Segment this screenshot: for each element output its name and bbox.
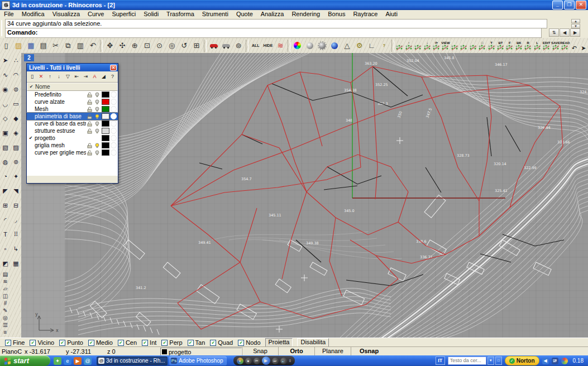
help-icon[interactable]: ?: [379, 39, 390, 52]
osnap-medio[interactable]: ✔Medio: [88, 339, 113, 346]
move-layer-up-icon[interactable]: ↑: [46, 73, 54, 81]
ie-icon[interactable]: e: [64, 357, 71, 365]
print-icon[interactable]: ▤: [37, 39, 49, 52]
tool-text[interactable]: T: [0, 227, 11, 242]
tool-offset[interactable]: ⊟: [11, 198, 21, 213]
lock-icon[interactable]: [86, 99, 93, 105]
view-top-icon[interactable]: T: [487, 39, 496, 52]
tool-surface[interactable]: ▣: [0, 126, 11, 140]
bulb-icon[interactable]: [93, 121, 101, 127]
sort-icon[interactable]: ◢: [99, 73, 108, 81]
layer-row[interactable]: planimetria di base: [27, 113, 118, 120]
bulb-icon[interactable]: [93, 99, 101, 105]
scroll-left-icon[interactable]: ◀: [560, 28, 570, 37]
layer-color-swatch[interactable]: [102, 150, 109, 156]
layer-help-icon[interactable]: ?: [108, 73, 117, 81]
command-history-spinner[interactable]: ▲▼: [571, 19, 580, 28]
tool-surface-corner[interactable]: ◈: [11, 126, 21, 140]
current-layer-check[interactable]: ✔: [27, 136, 35, 141]
osnap-cen[interactable]: ✔Cen: [118, 339, 137, 346]
osnap-perp[interactable]: ✔Perp: [161, 339, 182, 346]
view-car1-icon[interactable]: [460, 39, 469, 52]
render-preview-icon[interactable]: [221, 39, 232, 52]
status-pane-osnap[interactable]: Osnap: [351, 347, 387, 355]
bulb-icon[interactable]: [93, 92, 101, 98]
viewport[interactable]: 2 363.20352.04345.8346.17324.2352.25354.…: [21, 53, 588, 338]
osnap-int[interactable]: ✔Int: [142, 339, 156, 346]
tool-hatch[interactable]: ◩: [0, 256, 11, 271]
checkbox-icon[interactable]: ✔: [142, 340, 148, 346]
zoom-previous-icon[interactable]: ↺: [179, 39, 190, 52]
lock-icon[interactable]: [86, 92, 93, 98]
layer-name[interactable]: curve per griglie mesh: [35, 150, 86, 156]
view-cursor-icon[interactable]: ➤: [579, 39, 588, 52]
lock-icon[interactable]: [86, 143, 93, 148]
layer-row[interactable]: curve alzate: [27, 98, 118, 105]
dimension-icon[interactable]: ∟: [366, 39, 377, 52]
view-undo-icon[interactable]: ↶: [570, 39, 579, 52]
menu-modifica[interactable]: Modifica: [18, 10, 49, 18]
tool-loft[interactable]: ≋: [0, 278, 11, 285]
play-icon[interactable]: ▶: [262, 357, 270, 365]
cplane-label[interactable]: PianoC: [2, 348, 22, 355]
tool-explode[interactable]: ⊛: [11, 155, 21, 169]
tool-plane-tool[interactable]: ▱: [0, 285, 11, 292]
command-nav[interactable]: ⇅ ◀ ▶: [549, 28, 580, 37]
chevron-down-icon[interactable]: ▼: [487, 357, 494, 365]
layer-radio[interactable]: [111, 92, 117, 98]
close-icon[interactable]: ✕: [110, 65, 117, 71]
layer-row[interactable]: Predefinito: [27, 91, 118, 98]
tool-arc[interactable]: ◡: [0, 97, 11, 111]
color-wheel-icon[interactable]: [292, 39, 303, 52]
layer-color-swatch[interactable]: [102, 121, 109, 127]
tool-freeform[interactable]: ◆: [11, 111, 21, 126]
status-pane-orto[interactable]: Orto: [278, 347, 314, 355]
tool-blend[interactable]: ◞: [11, 213, 21, 227]
zoom-extents-icon[interactable]: ◎: [166, 39, 178, 52]
checkbox-icon[interactable]: ✔: [161, 340, 168, 346]
band-expand-icon[interactable]: ⇕: [289, 359, 292, 363]
tool-polygon[interactable]: ◇: [0, 111, 11, 126]
titlebar[interactable]: 3d in costruzione - Rhinoceros - [2] _ ❐…: [0, 0, 588, 10]
view-dot-icon[interactable]: [395, 39, 404, 52]
layer-radio[interactable]: [111, 150, 117, 156]
tool-array[interactable]: ⊞: [0, 198, 11, 213]
tool-block[interactable]: ◫: [0, 292, 11, 300]
tool-join[interactable]: ◤: [0, 184, 11, 198]
messenger-icon[interactable]: ✦: [54, 357, 61, 365]
current-layer-chip[interactable]: progetto: [160, 348, 242, 356]
media-player-band[interactable]: ● ■ ⏮ ▶ ⏭ 🔉 ⇕: [233, 356, 295, 365]
minimize-button[interactable]: _: [552, 1, 563, 9]
tray-color-icon[interactable]: [561, 358, 568, 364]
tool-point[interactable]: ∴: [11, 53, 21, 68]
sort-alpha-icon[interactable]: A: [90, 73, 99, 81]
disabilita-button[interactable]: Disabilita: [297, 338, 329, 347]
layer-row[interactable]: ✔progetto: [27, 134, 118, 142]
lock-icon[interactable]: [86, 114, 93, 119]
layer-row[interactable]: curve per griglie mesh: [27, 149, 118, 156]
layer-radio[interactable]: [111, 128, 117, 134]
browser-icon[interactable]: @: [84, 357, 92, 365]
render-region-icon[interactable]: ⊚: [233, 39, 244, 52]
view-back-icon[interactable]: BK: [514, 39, 523, 52]
view-up-icon[interactable]: ↑: [404, 39, 413, 52]
tool-pipe[interactable]: #: [0, 300, 11, 307]
menu-solidi[interactable]: Solidi: [140, 10, 162, 18]
tool-arc-curve[interactable]: ◠: [11, 68, 21, 82]
tray-back-icon[interactable]: ◀: [542, 358, 549, 364]
tool-copy-obj[interactable]: ↳: [11, 242, 21, 256]
layer-color-swatch[interactable]: [102, 113, 109, 119]
stop-icon[interactable]: ■: [245, 358, 252, 364]
paste-icon[interactable]: ▥: [75, 39, 86, 52]
view-front-icon[interactable]: F: [505, 39, 514, 52]
tool-project[interactable]: ◎: [0, 314, 11, 321]
lock-icon[interactable]: [86, 107, 93, 112]
menu-analizza[interactable]: Analizza: [257, 10, 288, 18]
osnap-nodo[interactable]: ✔Nodo: [238, 339, 260, 346]
zoom-window-icon[interactable]: ⊡: [141, 39, 152, 52]
pan-icon[interactable]: ✥: [104, 39, 116, 52]
layer-name[interactable]: Mesh: [35, 106, 86, 112]
menu-file[interactable]: File: [0, 10, 18, 18]
task-button[interactable]: PsAdobe Photoshop: [169, 357, 227, 365]
tool-select[interactable]: ➤: [0, 53, 11, 68]
